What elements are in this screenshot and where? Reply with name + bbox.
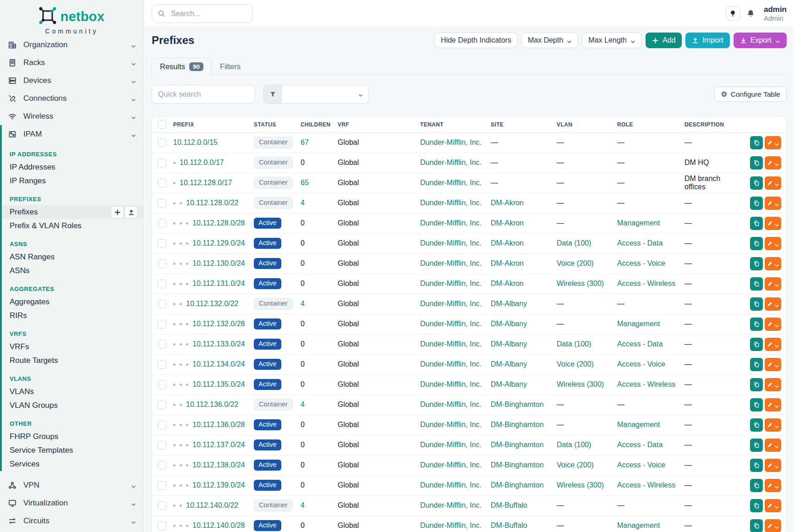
tenant-link[interactable]: Dunder-Mifflin, Inc. (420, 159, 482, 166)
export-button[interactable]: Export (734, 33, 787, 48)
sidebar-item-ip-ranges[interactable]: IP Ranges (2, 174, 143, 188)
prefix-link[interactable]: 10.112.132.0/28 (192, 320, 245, 328)
site-link[interactable]: DM-Albany (491, 300, 527, 307)
prefix-link[interactable]: 10.112.133.0/24 (192, 340, 245, 348)
edit-button[interactable] (765, 378, 781, 391)
edit-button[interactable] (765, 338, 781, 351)
tenant-link[interactable]: Dunder-Mifflin, Inc. (420, 239, 482, 247)
clone-button[interactable] (750, 398, 763, 411)
edit-button[interactable] (765, 277, 781, 291)
quick-search-input[interactable] (152, 85, 255, 104)
row-checkbox[interactable] (158, 280, 166, 288)
prefix-link[interactable]: 10.112.136.0/22 (186, 400, 238, 409)
select-all-checkbox[interactable] (158, 120, 166, 129)
clone-button[interactable] (750, 197, 763, 210)
clone-button[interactable] (750, 176, 763, 190)
add-button[interactable]: Add (646, 33, 682, 48)
site-link[interactable]: DM-Binghamton (491, 421, 544, 428)
site-link[interactable]: DM-Binghamton (491, 400, 544, 408)
row-checkbox[interactable] (158, 179, 166, 187)
clone-button[interactable] (750, 217, 763, 230)
site-link[interactable]: DM-Akron (491, 280, 524, 287)
filter-button[interactable] (263, 85, 282, 104)
configure-table-button[interactable]: ⚙ Configure Table (714, 87, 787, 102)
role-link[interactable]: Access - Data (617, 340, 663, 348)
site-link[interactable]: DM-Buffalo (491, 501, 527, 509)
clone-button[interactable] (750, 237, 763, 250)
vlan-link[interactable]: Wireless (300) (557, 280, 604, 287)
site-link[interactable]: DM-Akron (491, 219, 524, 227)
prefix-link[interactable]: 10.112.138.0/24 (192, 461, 245, 469)
site-link[interactable]: DM-Akron (491, 239, 524, 247)
site-link[interactable]: DM-Binghamton (491, 441, 544, 449)
clone-button[interactable] (750, 519, 763, 532)
clone-button[interactable] (750, 479, 763, 492)
edit-button[interactable] (765, 297, 781, 311)
sidebar-item-fhrp-groups[interactable]: FHRP Groups (2, 430, 143, 444)
sidebar-item-ip-addresses[interactable]: IP Addresses (2, 160, 143, 174)
user-menu[interactable]: admin Admin (764, 5, 787, 22)
tenant-link[interactable]: Dunder-Mifflin, Inc. (420, 300, 482, 307)
role-link[interactable]: Access - Wireless (617, 280, 675, 287)
logo[interactable]: netbox Community (0, 0, 143, 35)
role-link[interactable]: Access - Data (617, 239, 663, 247)
edit-button[interactable] (765, 257, 781, 270)
tenant-link[interactable]: Dunder-Mifflin, Inc. (420, 501, 482, 509)
import-prefix-button[interactable] (125, 206, 137, 219)
site-link[interactable]: DM-Akron (491, 199, 524, 207)
sidebar-item-vrfs[interactable]: VRFs (2, 340, 143, 354)
edit-button[interactable] (765, 156, 781, 170)
sidebar-item-service-templates[interactable]: Service Templates (2, 444, 143, 457)
prefix-link[interactable]: 10.112.139.0/24 (192, 481, 245, 489)
sidebar-item-vlan-groups[interactable]: VLAN Groups (2, 399, 143, 412)
site-link[interactable]: DM-Albany (491, 360, 527, 368)
edit-button[interactable] (765, 479, 781, 492)
row-checkbox[interactable] (158, 138, 166, 147)
vlan-link[interactable]: Voice (200) (557, 461, 594, 469)
sidebar-item-virtualization[interactable]: Virtualization (0, 494, 143, 512)
row-checkbox[interactable] (158, 481, 166, 490)
clone-button[interactable] (750, 338, 763, 351)
role-link[interactable]: Management (617, 219, 660, 227)
role-link[interactable]: Access - Wireless (617, 481, 675, 489)
saved-filter-select[interactable] (282, 85, 369, 104)
sidebar-item-wireless[interactable]: Wireless (0, 107, 143, 125)
clone-button[interactable] (750, 136, 763, 149)
clone-button[interactable] (750, 257, 763, 270)
site-link[interactable]: DM-Albany (491, 340, 527, 348)
tenant-link[interactable]: Dunder-Mifflin, Inc. (420, 219, 482, 227)
sidebar-item-racks[interactable]: Racks (0, 54, 143, 71)
children-count-link[interactable]: 4 (301, 400, 305, 408)
row-checkbox[interactable] (158, 360, 166, 369)
sidebar-item-route-targets[interactable]: Route Targets (2, 354, 143, 367)
max-depth-button[interactable]: Max Depth (521, 33, 578, 48)
tab-results[interactable]: Results 90 (152, 58, 212, 75)
row-checkbox[interactable] (158, 300, 166, 308)
sidebar-item-devices[interactable]: Devices (0, 71, 143, 89)
vlan-link[interactable]: Data (100) (557, 441, 591, 449)
sidebar-item-vpn[interactable]: VPN (0, 476, 143, 494)
prefix-link[interactable]: 10.112.128.0/22 (186, 199, 238, 207)
role-link[interactable]: Access - Data (617, 441, 663, 449)
site-link[interactable]: DM-Albany (491, 320, 527, 328)
hide-depth-indicators-button[interactable]: Hide Depth Indicators (434, 33, 518, 48)
site-link[interactable]: DM-Albany (491, 380, 527, 388)
sidebar-item-services[interactable]: Services (2, 457, 143, 471)
edit-button[interactable] (765, 418, 781, 432)
role-link[interactable]: Access - Wireless (617, 380, 675, 388)
children-count-link[interactable]: 65 (301, 179, 309, 186)
vlan-link[interactable]: Wireless (300) (557, 481, 604, 489)
row-checkbox[interactable] (158, 380, 166, 389)
prefix-link[interactable]: 10.112.0.0/17 (180, 159, 224, 167)
clone-button[interactable] (750, 418, 763, 432)
sidebar-item-circuits[interactable]: Circuits (0, 512, 143, 530)
prefix-link[interactable]: 10.112.129.0/24 (192, 239, 245, 247)
edit-button[interactable] (765, 358, 781, 371)
prefix-link[interactable]: 10.112.140.0/22 (186, 501, 238, 510)
sidebar-item-organization[interactable]: Organization (0, 36, 143, 54)
row-checkbox[interactable] (158, 461, 166, 470)
edit-button[interactable] (765, 176, 781, 190)
tenant-link[interactable]: Dunder-Mifflin, Inc. (420, 138, 482, 146)
row-checkbox[interactable] (158, 320, 166, 329)
clone-button[interactable] (750, 459, 763, 472)
